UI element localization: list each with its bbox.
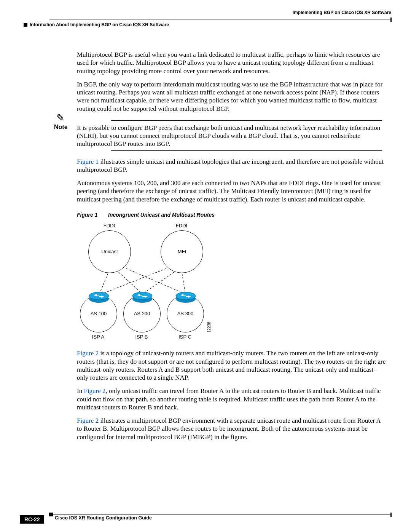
chapter-title: Implementing BGP on Cisco IOS XR Softwar… (293, 10, 391, 15)
figure-number: Figure 1 (77, 212, 108, 219)
note-text: It is possible to configure BGP peers th… (77, 121, 382, 148)
figure-link[interactable]: Figure 2 (77, 350, 99, 357)
mfi-ring: MFI (161, 230, 203, 273)
svg-point-11 (176, 292, 196, 300)
note-label: Note (54, 123, 68, 131)
figure-diagram: FDDI FDDI Unicast MFI AS 100 AS 200 AS 3… (77, 223, 214, 345)
section-header: Information About Implementing BGP on Ci… (24, 21, 391, 28)
isp-b-label: ISP B (130, 334, 153, 340)
paragraph: Figure 2 is a topology of unicast-only r… (77, 349, 387, 382)
header-rule (49, 19, 391, 19)
note-block: ✎ Note It is possible to configure BGP p… (20, 120, 387, 151)
image-id: 12238 (207, 322, 212, 332)
unicast-ring: Unicast (88, 230, 131, 273)
pencil-icon: ✎ (56, 112, 65, 125)
router-icon (88, 291, 110, 302)
body-text: Multiprotocol BGP is useful when you wan… (77, 32, 387, 441)
paragraph: In Figure 2, only unicast traffic can tr… (77, 387, 387, 411)
paragraph: In BGP, the only way to perform interdom… (77, 80, 387, 113)
page-footer: Cisco IOS XR Routing Configuration Guide… (20, 514, 391, 521)
fddi-label-right: FDDI (161, 223, 202, 229)
bullet-square-icon (24, 23, 27, 27)
figure-caption: Figure 1Incongruent Unicast and Multicas… (77, 212, 387, 219)
figure-link[interactable]: Figure 2 (77, 417, 99, 424)
page-number: RC-22 (20, 515, 44, 524)
page: Implementing BGP on Cisco IOS XR Softwar… (0, 0, 411, 532)
isp-c-label: ISP C (174, 334, 196, 340)
svg-line-2 (126, 268, 183, 293)
section-title: Information About Implementing BGP on Ci… (30, 22, 169, 27)
svg-line-0 (100, 270, 109, 293)
paragraph: Figure 1 illustrates simple unicast and … (77, 158, 387, 174)
figure-link[interactable]: Figure 1 (77, 158, 99, 165)
svg-point-9 (132, 292, 152, 300)
isp-a-label: ISP A (87, 334, 110, 340)
figure-link[interactable]: Figure 2 (84, 387, 105, 395)
fddi-label-left: FDDI (88, 223, 130, 229)
figure-title: Incongruent Unicast and Multicast Routes (108, 212, 215, 218)
svg-point-7 (89, 292, 109, 300)
paragraph: Figure 2 illustrates a multiprotocol BGP… (77, 417, 387, 441)
router-icon (132, 291, 153, 302)
svg-line-4 (143, 272, 174, 293)
footer-rule (49, 514, 391, 514)
svg-line-5 (182, 270, 185, 293)
doc-title: Cisco IOS XR Routing Configuration Guide (55, 515, 391, 521)
router-icon (175, 291, 196, 302)
paragraph: Multiprotocol BGP is useful when you wan… (77, 51, 387, 75)
paragraph: Autonomous systems 100, 200, and 300 are… (77, 179, 387, 203)
